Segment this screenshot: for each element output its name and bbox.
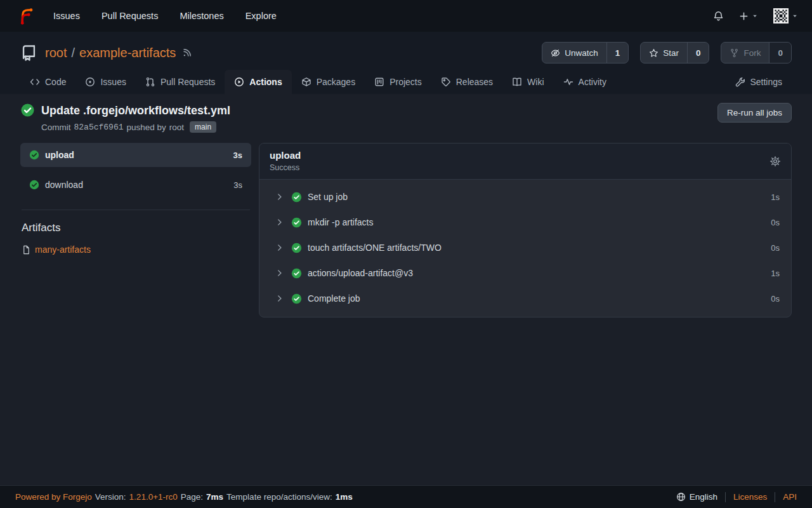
rss-icon[interactable]: [182, 48, 192, 58]
repo-owner-link[interactable]: root: [45, 46, 67, 60]
breadcrumb: root / example-artifacts: [45, 46, 176, 60]
fork-button-group: Fork 0: [721, 42, 792, 64]
repo-name-link[interactable]: example-artifacts: [79, 46, 176, 60]
licenses-link[interactable]: Licenses: [733, 492, 767, 502]
step-row-complete[interactable]: Complete job 0s: [259, 286, 791, 311]
star-button[interactable]: Star: [641, 43, 687, 63]
tab-activity[interactable]: Activity: [554, 70, 616, 94]
tools-icon: [735, 77, 745, 87]
tab-wiki[interactable]: Wiki: [502, 70, 553, 94]
version-link[interactable]: 1.21.0+1-rc0: [129, 492, 178, 502]
caret-down-icon: [792, 13, 798, 19]
forgejo-logo[interactable]: [15, 6, 34, 25]
job-duration: 3s: [233, 180, 242, 190]
footer-divider: [725, 492, 726, 502]
gear-icon[interactable]: [769, 156, 781, 167]
chevron-right-icon: [276, 295, 284, 302]
tab-packages[interactable]: Packages: [292, 70, 365, 94]
success-check-icon: [291, 192, 302, 203]
steps-list: Set up job 1s mkdir -p artifacts 0s touc…: [259, 180, 791, 317]
panel-job-status: Success: [270, 163, 301, 172]
tab-settings[interactable]: Settings: [725, 70, 792, 94]
step-row-touch[interactable]: touch artifacts/ONE artifacts/TWO 0s: [259, 235, 791, 260]
nav-menu: Issues Pull Requests Milestones Explore: [53, 11, 277, 21]
sidebar-divider: [22, 210, 250, 210]
star-button-group: Star 0: [640, 42, 709, 64]
nav-item-milestones[interactable]: Milestones: [180, 11, 223, 21]
globe-icon: [676, 492, 686, 502]
create-new-dropdown[interactable]: [739, 11, 758, 21]
breadcrumb-separator: /: [71, 46, 75, 60]
step-duration: 1s: [771, 192, 780, 202]
job-row-download[interactable]: download 3s: [20, 173, 251, 197]
forks-count[interactable]: 0: [769, 43, 791, 63]
run-title: Update .forgejo/workflows/test.yml: [41, 103, 230, 118]
watch-button-group: Unwatch 1: [542, 42, 629, 64]
eye-slash-icon: [551, 48, 560, 58]
tab-pull-requests[interactable]: Pull Requests: [136, 70, 225, 94]
step-duration: 1s: [771, 269, 780, 278]
footer-divider: [775, 492, 775, 502]
job-duration: 3s: [233, 150, 242, 160]
plus-icon: [739, 11, 749, 21]
commit-sha: 82a5cf6961: [74, 123, 124, 132]
step-duration: 0s: [771, 294, 780, 304]
step-row-setup[interactable]: Set up job 1s: [259, 184, 791, 210]
tab-releases[interactable]: Releases: [431, 70, 502, 94]
artifacts-heading: Artifacts: [22, 222, 251, 234]
commit-line: Commit 82a5cf6961 pushed by root main: [41, 121, 230, 133]
panel-header: upload Success: [259, 144, 791, 180]
artifact-link-many-artifacts[interactable]: many-artifacts: [22, 244, 251, 255]
page-render-time: 7ms: [206, 492, 223, 502]
job-steps-panel: upload Success Set up job 1s: [259, 143, 792, 318]
rerun-all-jobs-button[interactable]: Re-run all jobs: [717, 103, 792, 123]
powered-by-link[interactable]: Powered by Forgejo: [15, 492, 92, 502]
page-footer: Powered by Forgejo Version: 1.21.0+1-rc0…: [0, 485, 812, 508]
file-icon: [22, 245, 31, 255]
chevron-right-icon: [276, 218, 284, 226]
commit-author: root: [169, 123, 184, 132]
repo-header: root / example-artifacts Unwatch 1: [0, 32, 812, 94]
panel-job-title: upload: [270, 150, 301, 161]
tab-projects[interactable]: Projects: [365, 70, 431, 94]
notifications-bell-icon[interactable]: [713, 11, 724, 22]
code-icon: [30, 77, 40, 87]
stars-count[interactable]: 0: [687, 43, 709, 63]
watchers-count[interactable]: 1: [606, 43, 629, 63]
step-duration: 0s: [771, 218, 780, 227]
avatar: [773, 8, 789, 23]
top-navbar: Issues Pull Requests Milestones Explore: [0, 0, 812, 32]
user-menu-dropdown[interactable]: [773, 8, 798, 23]
star-icon: [649, 48, 658, 58]
success-check-icon: [291, 268, 302, 279]
api-link[interactable]: API: [783, 492, 797, 502]
success-check-icon: [20, 103, 35, 117]
pulse-icon: [563, 77, 573, 87]
package-icon: [301, 77, 311, 87]
nav-item-pull-requests[interactable]: Pull Requests: [102, 11, 158, 21]
tag-icon: [441, 77, 451, 87]
step-duration: 0s: [771, 243, 780, 253]
tab-actions[interactable]: Actions: [225, 70, 291, 94]
nav-item-issues[interactable]: Issues: [53, 11, 80, 21]
repo-tab-bar: Code Issues Pull Requests Actions Packag…: [20, 70, 792, 94]
tab-issues[interactable]: Issues: [75, 70, 135, 94]
branch-badge[interactable]: main: [190, 121, 216, 133]
unwatch-button[interactable]: Unwatch: [542, 43, 606, 63]
success-check-icon: [291, 243, 302, 253]
fork-icon: [730, 48, 739, 58]
fork-button: Fork: [721, 43, 769, 63]
success-check-icon: [291, 217, 302, 228]
language-selector[interactable]: English: [676, 492, 717, 502]
step-row-upload-artifact[interactable]: actions/upload-artifact@v3 1s: [259, 260, 791, 286]
chevron-right-icon: [276, 193, 284, 201]
tab-code[interactable]: Code: [20, 70, 75, 94]
job-row-upload[interactable]: upload 3s: [20, 143, 251, 167]
nav-item-explore[interactable]: Explore: [246, 11, 277, 21]
repo-icon: [20, 44, 37, 62]
success-check-icon: [29, 180, 39, 190]
book-icon: [512, 77, 522, 87]
step-row-mkdir[interactable]: mkdir -p artifacts 0s: [259, 210, 791, 235]
success-check-icon: [291, 293, 302, 304]
success-check-icon: [29, 150, 39, 160]
